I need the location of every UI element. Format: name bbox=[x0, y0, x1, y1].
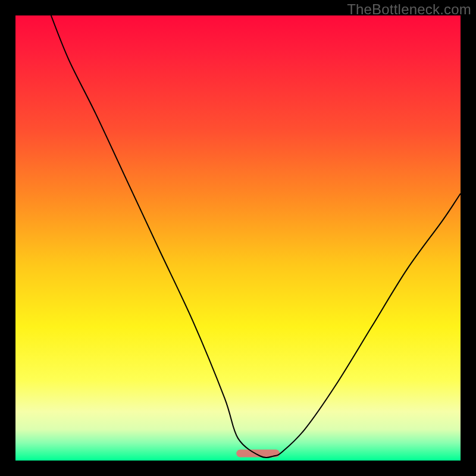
chart-frame: TheBottleneck.com bbox=[0, 0, 476, 476]
watermark-text: TheBottleneck.com bbox=[347, 1, 471, 18]
plot-area bbox=[15, 15, 461, 461]
chart-svg bbox=[15, 15, 461, 461]
bottleneck-curve-line bbox=[51, 15, 461, 458]
